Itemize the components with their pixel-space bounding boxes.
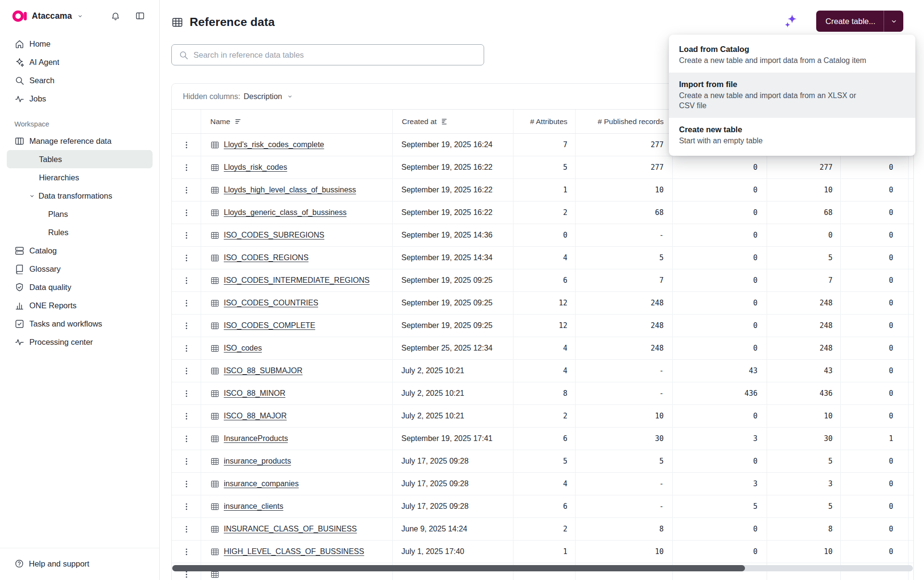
sidebar-item-one-reports[interactable]: ONE Reports: [7, 296, 153, 315]
created-at-cell: September 19, 2025 09:25: [393, 292, 513, 314]
created-at-cell: July 2, 2025 10:21: [393, 382, 513, 404]
table-name-link[interactable]: ISCO_88_MAJOR: [224, 412, 287, 420]
table-name-link[interactable]: ISO_CODES_COMPLETE: [224, 321, 315, 330]
table-name-link[interactable]: insurance_clients: [224, 502, 283, 511]
name-cell: ISO_CODES_COMPLETE: [201, 315, 393, 337]
row-actions-button[interactable]: [172, 224, 201, 246]
table-name-link[interactable]: ISO_CODES_SUBREGIONS: [224, 231, 324, 240]
sidebar-item-jobs[interactable]: Jobs: [7, 89, 153, 108]
sidebar-item-catalog[interactable]: Catalog: [7, 241, 153, 260]
table-name-link[interactable]: ISO_CODES_INTERMEDIATE_REGIONS: [224, 276, 370, 285]
table-icon: [210, 299, 219, 308]
kebab-icon: [182, 163, 191, 172]
column-header-published-records[interactable]: # Published records: [576, 110, 673, 133]
sidebar-item-tasks-and-workflows[interactable]: Tasks and workflows: [7, 315, 153, 333]
search-input[interactable]: [193, 50, 477, 60]
extra-cell-2: 7: [767, 269, 841, 291]
name-cell: Lloyds_generic_class_of_bussiness: [201, 202, 393, 224]
table-name-link[interactable]: Lloyds_risk_codes: [224, 163, 287, 172]
row-actions-button[interactable]: [172, 179, 201, 201]
created-at-cell: July 17, 2025 09:28: [393, 495, 513, 517]
column-header-name[interactable]: Name: [201, 110, 393, 133]
sidebar-item-rules[interactable]: Rules: [7, 223, 153, 241]
table-icon: [210, 186, 219, 195]
row-actions-button[interactable]: [172, 337, 201, 359]
row-actions-button[interactable]: [172, 360, 201, 382]
row-actions-button[interactable]: [172, 156, 201, 178]
kebab-icon: [182, 231, 191, 240]
horizontal-scrollbar[interactable]: [172, 565, 913, 571]
sidebar-item-home[interactable]: Home: [7, 35, 153, 53]
sidebar-item-hierarchies[interactable]: Hierarchies: [7, 168, 153, 187]
row-actions-button[interactable]: [172, 292, 201, 314]
created-at-cell: September 19, 2025 14:36: [393, 224, 513, 246]
table-name-link[interactable]: ISO_codes: [224, 344, 262, 353]
table-name-link[interactable]: insurance_products: [224, 457, 291, 466]
row-actions-button[interactable]: [172, 450, 201, 472]
table-name-link[interactable]: insurance_companies: [224, 479, 299, 488]
sidebar-item-processing-center[interactable]: Processing center: [7, 333, 153, 351]
chevron-down-icon[interactable]: [77, 13, 83, 19]
ai-sparkle-icon[interactable]: [784, 13, 798, 28]
sidebar-item-glossary[interactable]: Glossary: [7, 260, 153, 278]
row-actions-button[interactable]: [172, 495, 201, 517]
row-actions-button[interactable]: [172, 428, 201, 450]
bell-icon[interactable]: [111, 11, 120, 21]
sidebar-item-plans[interactable]: Plans: [7, 205, 153, 223]
table-name-link[interactable]: HIGH_LEVEL_CLASS_OF_BUSSINESS: [224, 547, 364, 556]
row-actions-button[interactable]: [172, 518, 201, 540]
table-icon: [210, 344, 219, 353]
table-row: insurance_products July 17, 2025 09:28 5…: [172, 450, 913, 473]
published-records-cell: 277: [576, 156, 673, 178]
published-records-cell: 68: [576, 202, 673, 224]
row-actions-button[interactable]: [172, 405, 201, 427]
row-actions-button[interactable]: [172, 134, 201, 156]
row-actions-button[interactable]: [172, 382, 201, 404]
sidebar-item-tables[interactable]: Tables: [7, 150, 153, 168]
sidebar-item-data-quality[interactable]: Data quality: [7, 278, 153, 296]
table-name-link[interactable]: Lloyd's_risk_codes_complete: [224, 140, 324, 149]
published-records-cell: 10: [576, 541, 673, 563]
row-actions-button[interactable]: [172, 202, 201, 224]
extra-cell-1: 3: [673, 473, 767, 495]
table-name-link[interactable]: Lloyds_generic_class_of_bussiness: [224, 208, 346, 217]
row-actions-button[interactable]: [172, 269, 201, 291]
column-header-attributes[interactable]: # Attributes: [513, 110, 576, 133]
table-icon: [210, 208, 219, 217]
row-actions-button[interactable]: [172, 473, 201, 495]
table-name-link[interactable]: ISO_CODES_COUNTRIES: [224, 299, 318, 307]
menu-item-import-from-file[interactable]: Import from file Create a new table and …: [669, 73, 915, 118]
table-name-link[interactable]: ISO_CODES_REGIONS: [224, 253, 308, 262]
sort-icon[interactable]: [234, 117, 243, 126]
table-row: HIGH_LEVEL_CLASS_OF_BUSSINESS July 1, 20…: [172, 541, 913, 563]
table-icon: [210, 253, 219, 263]
table-name-link[interactable]: InsuranceProducts: [224, 434, 288, 443]
row-actions-button[interactable]: [172, 315, 201, 337]
scrollbar-thumb[interactable]: [172, 565, 745, 571]
extra-cell-1: 0: [673, 202, 767, 224]
chevron-down-icon[interactable]: [884, 18, 903, 25]
row-actions-button[interactable]: [172, 541, 201, 563]
extra-cell-1: 0: [673, 179, 767, 201]
kebab-icon: [182, 344, 191, 353]
table-name-link[interactable]: ISCO_88_SUBMAJOR: [224, 366, 303, 375]
sidebar-item-manage-reference-data[interactable]: Manage reference data: [7, 132, 153, 150]
table-name-link[interactable]: ISCO_88_MINOR: [224, 389, 285, 398]
table-name-link[interactable]: Lloyds_high_level_class_of_bussiness: [224, 186, 356, 194]
sidebar-collapse-icon[interactable]: [135, 11, 145, 21]
sort-icon[interactable]: [441, 117, 449, 126]
table-name-link[interactable]: INSURANCE_CLASS_OF_BUSINESS: [224, 525, 357, 533]
create-table-button[interactable]: Create table...: [816, 11, 903, 32]
extra-cell-1: 5: [673, 495, 767, 517]
row-actions-button[interactable]: [172, 247, 201, 269]
sidebar-item-data-transformations[interactable]: Data transformations: [7, 187, 153, 205]
help-and-support-button[interactable]: Help and support: [7, 555, 153, 573]
sidebar-item-search[interactable]: Search: [7, 71, 153, 89]
ataccama-logo: [12, 8, 27, 24]
column-header-created-at[interactable]: Created at: [393, 110, 513, 133]
menu-item-load-from-catalog[interactable]: Load from Catalog Create a new table and…: [669, 38, 915, 73]
sidebar-item-ai-agent[interactable]: AI Agent: [7, 53, 153, 71]
menu-item-create-new-table[interactable]: Create new table Start with an empty tab…: [669, 118, 915, 153]
extra-cell-3: 1: [841, 428, 909, 450]
published-records-cell: 5: [576, 450, 673, 472]
